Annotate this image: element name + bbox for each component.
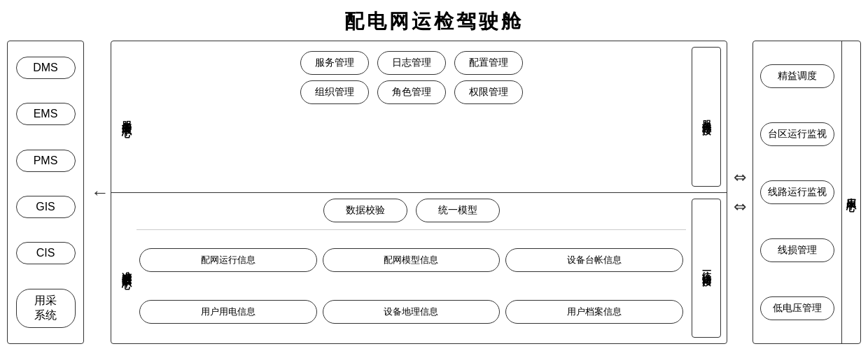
page-title: 配电网运检驾驶舱 xyxy=(0,0,868,41)
top-double-arrow: ⇔ xyxy=(734,170,746,185)
data-top-row: 数据校验 统一模型 xyxy=(136,199,686,222)
sidebar-item-dms[interactable]: DMS xyxy=(16,57,76,79)
data-divider xyxy=(136,229,686,230)
data-verify-btn[interactable]: 数据校验 xyxy=(323,199,407,222)
role-manage-btn[interactable]: 角色管理 xyxy=(377,80,446,104)
sidebar-item-pms[interactable]: PMS xyxy=(16,150,76,172)
right-panel: 精益调度 台区运行监视 线路运行监视 线损管理 低电压管理 应用中心 xyxy=(752,41,861,344)
grid-model-info-btn[interactable]: 配网模型信息 xyxy=(323,248,500,272)
sidebar-item-cis[interactable]: CIS xyxy=(16,242,76,264)
user-profile-info-btn[interactable]: 用户档案信息 xyxy=(505,300,683,324)
service-buttons: 服务管理 日志管理 配置管理 组织管理 角色管理 权限管理 xyxy=(136,47,686,187)
auth-manage-btn[interactable]: 权限管理 xyxy=(454,80,523,104)
service-row2: 组织管理 角色管理 权限管理 xyxy=(141,80,682,104)
bottom-double-arrow: ⇔ xyxy=(734,199,746,215)
service-proxy-interface-label: 服务代理接口 xyxy=(700,113,713,121)
unified-access-interface-box: 统一访问接口 xyxy=(692,199,721,338)
data-section-label: 准实时数据中心 xyxy=(117,199,136,338)
app-low-voltage-btn[interactable]: 低电压管理 xyxy=(760,296,834,320)
app-line-monitor-btn[interactable]: 线路运行监视 xyxy=(760,180,834,204)
unified-access-interface-label: 统一访问接口 xyxy=(700,264,713,272)
app-loss-manage-btn[interactable]: 线损管理 xyxy=(760,238,834,262)
unified-model-btn[interactable]: 统一模型 xyxy=(416,199,500,222)
app-list: 精益调度 台区运行监视 线路运行监视 线损管理 低电压管理 xyxy=(753,41,841,343)
org-manage-btn[interactable]: 组织管理 xyxy=(300,80,369,104)
device-account-info-btn[interactable]: 设备台帐信息 xyxy=(505,248,683,272)
data-section: 准实时数据中心 数据校验 统一模型 配网运行信息 配网模型信息 设备台帐信息 用… xyxy=(111,193,727,344)
center-panel: 服务管理中心 服务管理 日志管理 配置管理 组织管理 角色管理 权限管理 服务代… xyxy=(111,41,727,344)
left-arrow: ← xyxy=(90,41,111,344)
left-sidebar: DMS EMS PMS GIS CIS 用采系统 xyxy=(7,41,84,344)
service-proxy-interface-box: 服务代理接口 xyxy=(692,47,721,187)
service-row1: 服务管理 日志管理 配置管理 xyxy=(141,51,682,75)
sidebar-item-yongcai[interactable]: 用采系统 xyxy=(16,289,76,328)
service-manage-btn[interactable]: 服务管理 xyxy=(300,51,369,75)
center-right-arrows: ⇔ ⇔ xyxy=(727,41,752,344)
app-center-label: 应用中心 xyxy=(841,41,860,343)
user-electric-info-btn[interactable]: 用户用电信息 xyxy=(139,300,317,324)
config-manage-btn[interactable]: 配置管理 xyxy=(454,51,523,75)
log-manage-btn[interactable]: 日志管理 xyxy=(377,51,446,75)
data-content: 数据校验 统一模型 配网运行信息 配网模型信息 设备台帐信息 用户用电信息 设备… xyxy=(136,199,686,338)
service-section-label: 服务管理中心 xyxy=(117,47,136,187)
sidebar-item-gis[interactable]: GIS xyxy=(16,196,76,218)
service-section: 服务管理中心 服务管理 日志管理 配置管理 组织管理 角色管理 权限管理 服务代… xyxy=(111,41,727,193)
app-lean-dispatch-btn[interactable]: 精益调度 xyxy=(760,64,834,88)
device-geo-info-btn[interactable]: 设备地理信息 xyxy=(323,300,500,324)
sidebar-item-ems[interactable]: EMS xyxy=(16,103,76,125)
grid-run-info-btn[interactable]: 配网运行信息 xyxy=(139,248,317,272)
app-district-monitor-btn[interactable]: 台区运行监视 xyxy=(760,122,834,146)
data-grid: 配网运行信息 配网模型信息 设备台帐信息 用户用电信息 设备地理信息 用户档案信… xyxy=(136,234,686,338)
